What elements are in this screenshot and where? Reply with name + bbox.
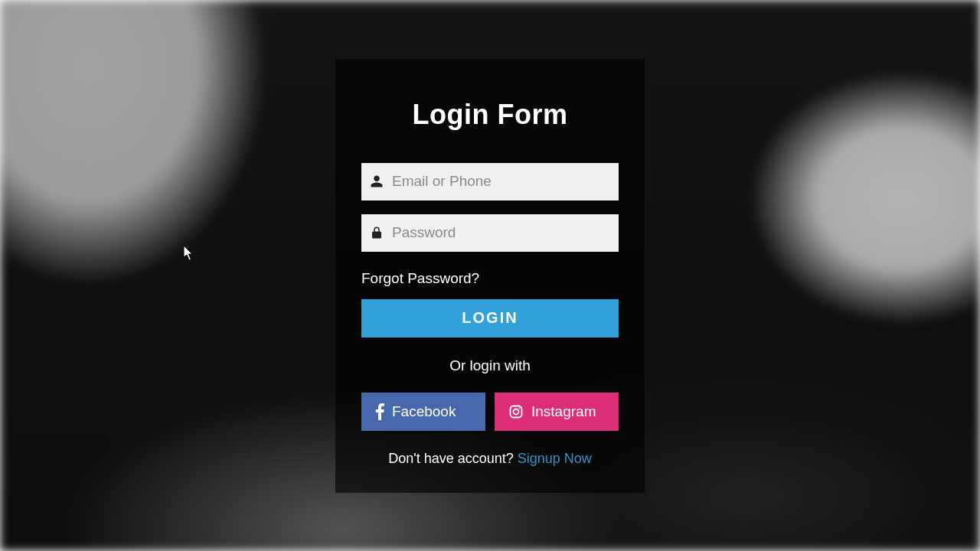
signup-row: Don't have account? Signup Now <box>361 451 619 467</box>
facebook-button[interactable]: Facebook <box>361 393 485 431</box>
social-buttons-row: Facebook Instagram <box>361 393 619 431</box>
stage: Login Form Forgot Password? LOGIN Or log… <box>0 0 980 551</box>
instagram-label: Instagram <box>531 403 596 420</box>
login-card: Login Form Forgot Password? LOGIN Or log… <box>335 59 645 493</box>
signup-link[interactable]: Signup Now <box>518 451 592 466</box>
svg-point-2 <box>519 407 521 409</box>
password-field-wrapper <box>361 214 619 252</box>
password-input[interactable] <box>392 214 619 252</box>
instagram-button[interactable]: Instagram <box>495 393 619 431</box>
user-icon <box>361 174 392 188</box>
svg-point-1 <box>514 409 519 414</box>
email-field-wrapper <box>361 163 619 201</box>
lock-icon <box>361 226 392 240</box>
forgot-password-link[interactable]: Forgot Password? <box>361 270 479 287</box>
login-button[interactable]: LOGIN <box>361 299 619 337</box>
signup-prompt: Don't have account? <box>388 451 518 466</box>
email-input[interactable] <box>392 163 619 201</box>
facebook-icon <box>375 403 384 420</box>
facebook-label: Facebook <box>392 403 456 420</box>
instagram-icon <box>508 404 524 419</box>
or-login-with-label: Or login with <box>361 357 619 374</box>
page-title: Login Form <box>361 99 619 131</box>
